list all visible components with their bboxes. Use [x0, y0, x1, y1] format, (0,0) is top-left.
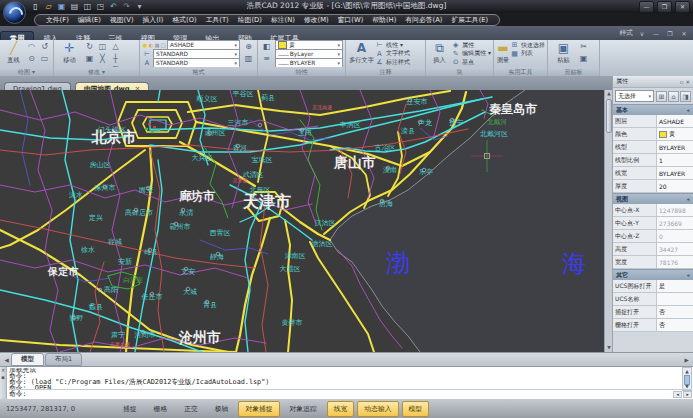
property-value[interactable]: 0	[657, 230, 693, 242]
property-value[interactable]: 1247898	[657, 204, 693, 216]
status-toggle-off[interactable]: 栅格	[147, 401, 175, 417]
palette-close-icon[interactable]: ✕	[685, 79, 690, 85]
modify-panel-label[interactable]: 修改 ▾	[54, 67, 139, 76]
dim-style-item[interactable]: ∡标注样式	[375, 58, 410, 67]
property-value[interactable]: 20	[657, 180, 693, 192]
copy-clip-icon[interactable]: ▣	[577, 53, 590, 65]
clipboard-panel-label[interactable]: 剪贴板	[548, 67, 599, 76]
collapse-icon[interactable]: «	[687, 196, 690, 202]
pan-tool-icon[interactable]: ▥	[242, 53, 255, 65]
text-style-item[interactable]: A文字样式	[375, 50, 410, 59]
status-toggle-off[interactable]: 极轴	[208, 401, 236, 417]
property-value[interactable]: ASHADE	[657, 115, 693, 127]
select-objects-button[interactable]: ⌂	[668, 91, 679, 102]
doc-close-button[interactable]: ✕	[679, 30, 689, 37]
rectangle-icon[interactable]: ▭	[38, 53, 51, 65]
quick-select-button[interactable]: ◨	[680, 91, 691, 102]
style-toolbar-label[interactable]: 样式	[619, 28, 633, 38]
close-button[interactable]: ✕	[675, 1, 690, 13]
layout-tab[interactable]: 布局1	[45, 353, 82, 366]
command-input-line[interactable]: 命令: ◀ ▶	[9, 389, 692, 398]
move-button[interactable]: ✛ 移动	[56, 41, 83, 67]
menu-item[interactable]: 视图(V)	[106, 15, 138, 25]
status-toggle-off[interactable]: 对象追踪	[283, 401, 324, 417]
annotation-panel-label[interactable]: 注释	[346, 67, 425, 76]
menu-item[interactable]: 修改(M)	[300, 15, 333, 25]
paste-button[interactable]: ▣ 粘贴	[550, 41, 577, 67]
format-panel-label[interactable]: 格式	[140, 67, 257, 76]
menu-item[interactable]: 帮助(H)	[368, 15, 400, 25]
collapse-icon[interactable]: «	[687, 107, 690, 113]
status-toggle-on[interactable]: 对象捕捉	[238, 401, 279, 417]
property-value[interactable]: 273669	[657, 217, 693, 229]
rotate-icon[interactable]: ↻	[83, 41, 96, 53]
property-value[interactable]: BYLAYER	[657, 141, 693, 153]
cmd-scroll-up-icon[interactable]: ▲	[683, 368, 691, 375]
mirror-icon[interactable]: △	[109, 41, 122, 53]
properties-panel-label[interactable]: 特性	[258, 67, 345, 76]
cut-icon[interactable]: ✂	[577, 41, 590, 53]
block-panel-label[interactable]: 块	[426, 67, 493, 76]
menu-item[interactable]: 文件(F)	[42, 15, 73, 25]
lineweight-icon[interactable]: ≡	[260, 53, 273, 65]
stretch-icon[interactable]: ┼	[109, 53, 122, 65]
menu-item[interactable]: 编辑(E)	[74, 15, 105, 25]
cmd-scroll-right-icon[interactable]: ▶	[683, 391, 692, 398]
list-item[interactable]: ▦列表	[510, 50, 545, 59]
property-value[interactable]: 1	[657, 154, 693, 166]
copy-icon[interactable]: ◫	[96, 41, 109, 53]
property-value[interactable]	[657, 293, 693, 305]
menu-item[interactable]: 有问必答(A)	[401, 15, 446, 25]
doc-restore-button[interactable]: ❐	[665, 30, 675, 37]
layout-tab[interactable]: 模型	[11, 353, 44, 366]
base-point-item[interactable]: ⊙基点	[451, 58, 491, 67]
utilities-panel-label[interactable]: 实用工具	[494, 67, 547, 76]
doc-minimize-button[interactable]: —	[651, 30, 661, 37]
command-history[interactable]: 加载完成命令:命令: (load "C:/Program Files/浩辰CAD…	[9, 368, 681, 391]
menu-item[interactable]: 绘图(D)	[234, 15, 266, 25]
command-scrollbar[interactable]: ▲ ▼	[682, 367, 692, 391]
cmd-scroll-left-icon[interactable]: ◀	[673, 391, 682, 398]
status-toggle-on[interactable]: 动态输入	[357, 401, 398, 417]
edit-attribute-item[interactable]: ✎编辑属性 ▾	[451, 50, 491, 59]
command-dock-bar[interactable]: ✕▪	[0, 367, 7, 400]
status-toggle-on[interactable]: 线宽	[327, 401, 355, 417]
collapse-icon[interactable]: «	[687, 272, 690, 278]
style-dropdown-icon[interactable]: ∨	[637, 30, 647, 37]
tab-scroll-right-icon[interactable]: ▶	[682, 357, 691, 363]
drawing-canvas[interactable]: 北京市天津市唐山市廊坊市沧州市秦皇岛市保定市渤海顺义区平谷区蓟县三河市通州区门头…	[0, 90, 604, 352]
app-logo-icon[interactable]	[3, 1, 26, 24]
toggle-pickadd-button[interactable]: ⊞	[656, 91, 667, 102]
selection-dropdown[interactable]: 无选择▾	[615, 90, 654, 102]
attribute-item[interactable]: ◈属性	[451, 41, 491, 50]
arc-icon[interactable]: ◠	[25, 41, 38, 53]
erase-icon[interactable]: ╳	[96, 53, 109, 65]
status-toggle-off[interactable]: 捕捉	[116, 401, 144, 417]
section-header[interactable]: 视图«	[613, 193, 693, 204]
status-toggle-on[interactable]: 模型	[402, 401, 430, 417]
menu-item[interactable]: 工具(T)	[202, 15, 233, 25]
restore-button[interactable]: ❐	[657, 1, 672, 13]
property-value[interactable]: BYLAYER	[657, 167, 693, 179]
menu-item[interactable]: 窗口(W)	[334, 15, 368, 25]
section-header[interactable]: 其它«	[613, 269, 693, 280]
menu-item[interactable]: 插入(I)	[139, 15, 168, 25]
property-value[interactable]: 黄	[657, 128, 693, 140]
property-value[interactable]: 是	[657, 280, 693, 292]
section-header[interactable]: 基本«	[613, 104, 693, 115]
zoom-tool-icon[interactable]: ⊕	[242, 41, 255, 53]
linear-dim-item[interactable]: ⊢线性 ▾	[375, 41, 410, 50]
status-toggle-off[interactable]: 正交	[177, 401, 205, 417]
property-value[interactable]: 否	[657, 319, 693, 331]
revision-cloud-icon[interactable]: ↺	[38, 41, 51, 53]
scale-icon[interactable]: ▣	[83, 53, 96, 65]
color-wheel-icon[interactable]: ◧	[260, 41, 273, 53]
quick-select-item[interactable]: ⊞快速选择	[510, 41, 545, 50]
measure-button[interactable]: ▬ 测量	[496, 41, 510, 67]
palette-pin-icon[interactable]: ▫	[680, 79, 684, 85]
property-value[interactable]: 否	[657, 306, 693, 318]
draw-panel-label[interactable]: 绘图 ▾	[0, 67, 53, 76]
circle-icon[interactable]: ⊙	[25, 53, 38, 65]
minimize-button[interactable]: —	[639, 1, 654, 13]
line-button[interactable]: ╱ 直线	[2, 41, 25, 67]
